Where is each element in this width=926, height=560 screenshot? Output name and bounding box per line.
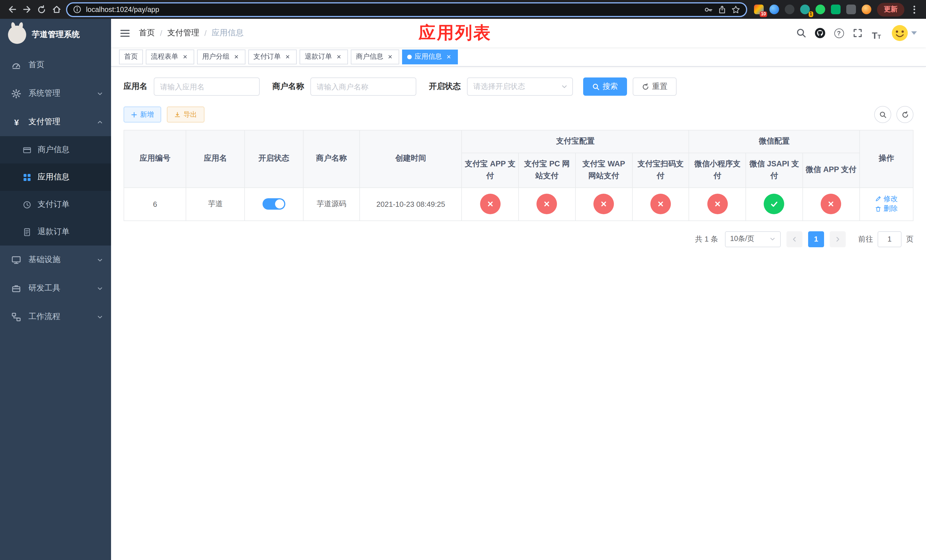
font-size-icon[interactable]: TT [869, 26, 884, 41]
sidebar-item-system[interactable]: 系统管理 [0, 79, 111, 107]
merchant-name-input[interactable] [310, 77, 416, 96]
fullscreen-icon[interactable] [850, 26, 865, 41]
breadcrumb-payment[interactable]: 支付管理 [168, 28, 199, 38]
extension-icon-8[interactable] [862, 5, 872, 14]
extension-badge: 10 [760, 11, 767, 17]
search-button[interactable]: 搜索 [583, 77, 627, 96]
extension-icon-2[interactable] [769, 5, 779, 14]
sidebar-item-infrastructure[interactable]: 基础设施 [0, 245, 111, 274]
browser-update-button[interactable]: 更新 [877, 3, 904, 16]
hamburger-icon[interactable] [111, 19, 139, 47]
col-header-created: 创建时间 [360, 130, 462, 188]
sidebar-logo[interactable]: 芋道管理系统 [0, 19, 111, 51]
tab-close-icon[interactable]: × [386, 53, 394, 61]
app-name-input[interactable] [154, 77, 260, 96]
sidebar-item-label: 支付订单 [38, 200, 70, 210]
status-label: 开启状态 [429, 82, 461, 92]
card-icon [23, 145, 32, 154]
password-key-icon[interactable] [704, 5, 713, 14]
alipay-wap-status-icon [593, 194, 614, 215]
sidebar-item-label: 商户信息 [38, 145, 70, 155]
help-icon[interactable]: ? [831, 26, 846, 41]
sidebar-item-app-info[interactable]: 应用信息 [0, 163, 111, 191]
tab-user-group[interactable]: 用户分组× [197, 49, 245, 64]
extension-icon-7[interactable] [846, 5, 856, 14]
toggle-search-button[interactable] [874, 106, 891, 123]
sidebar-item-merchant-info[interactable]: 商户信息 [0, 136, 111, 163]
browser-home-icon[interactable] [49, 2, 64, 17]
tab-payment-orders[interactable]: 支付订单× [248, 49, 297, 64]
sidebar-item-workflow[interactable]: 工作流程 [0, 303, 111, 331]
sidebar-item-payment[interactable]: ¥ 支付管理 [0, 107, 111, 136]
browser-menu-icon[interactable] [906, 2, 921, 17]
tab-home[interactable]: 首页 [119, 49, 143, 64]
sidebar-item-payment-orders[interactable]: 支付订单 [0, 191, 111, 218]
plus-icon [131, 111, 137, 118]
toolbox-icon [11, 283, 22, 293]
monitor-icon [11, 255, 22, 265]
screen: localhost:1024/pay/app 10 1 更新 [0, 0, 926, 560]
export-button[interactable]: 导出 [167, 106, 204, 123]
status-select-placeholder: 请选择开启状态 [473, 82, 525, 92]
cell-wx-jsapi [746, 188, 803, 221]
chevron-right-icon [834, 236, 841, 243]
reset-button[interactable]: 重置 [633, 77, 676, 96]
sidebar-item-refund-orders[interactable]: 退款订单 [0, 218, 111, 245]
extension-icon-1[interactable]: 10 [754, 5, 764, 14]
jump-page-input[interactable] [878, 231, 902, 247]
update-label: 更新 [884, 5, 897, 14]
tab-close-icon[interactable]: × [284, 53, 292, 61]
col-header-wx-jsapi: 微信 JSAPI 支付 [746, 153, 803, 188]
edit-link-label: 修改 [884, 194, 898, 204]
app-title: 芋道管理系统 [32, 30, 80, 40]
extension-icon-6[interactable] [831, 5, 841, 14]
next-page-button[interactable] [830, 231, 846, 247]
status-switch[interactable] [263, 198, 285, 210]
extension-icon-3[interactable] [785, 5, 794, 14]
extension-icon-4[interactable]: 1 [800, 5, 810, 14]
refresh-table-button[interactable] [896, 106, 914, 123]
switch-knob [275, 200, 284, 209]
chevron-down-icon [97, 257, 103, 263]
tags-view: 首页 流程表单× 用户分组× 支付订单× 退款订单× 商户信息× 应用信息× [111, 47, 926, 67]
share-icon[interactable] [717, 5, 727, 14]
tab-process-form[interactable]: 流程表单× [146, 49, 194, 64]
page-number-button[interactable]: 1 [808, 231, 824, 247]
cell-alipay-qr [632, 188, 689, 221]
add-button[interactable]: 新增 [124, 106, 161, 123]
address-bar[interactable]: localhost:1024/pay/app [66, 2, 747, 17]
user-avatar[interactable] [891, 24, 917, 42]
page-content: 应用名 商户名称 开启状态 请选择开启状态 搜索 [111, 67, 926, 560]
sidebar-item-home[interactable]: 首页 [0, 51, 111, 79]
github-icon[interactable] [813, 26, 828, 41]
prev-page-button[interactable] [787, 231, 802, 247]
tab-merchant-info[interactable]: 商户信息× [351, 49, 399, 64]
col-header-app-id: 应用编号 [124, 130, 186, 188]
sidebar-item-label: 基础设施 [29, 255, 61, 265]
tab-close-icon[interactable]: × [445, 53, 453, 61]
tab-close-icon[interactable]: × [181, 53, 189, 61]
sidebar-item-dev-tools[interactable]: 研发工具 [0, 274, 111, 303]
bookmark-star-icon[interactable] [731, 5, 740, 14]
breadcrumb-home[interactable]: 首页 [139, 28, 155, 38]
status-select[interactable]: 请选择开启状态 [467, 77, 573, 96]
site-info-icon[interactable] [73, 5, 82, 14]
tab-close-icon[interactable]: × [232, 53, 240, 61]
tab-app-info[interactable]: 应用信息× [402, 49, 458, 64]
extension-icon-5[interactable] [816, 5, 825, 14]
browser-reload-icon[interactable] [34, 2, 49, 17]
page-size-select[interactable]: 10条/页 [725, 231, 781, 247]
search-icon[interactable] [794, 26, 809, 41]
page-size-value: 10条/页 [730, 235, 754, 244]
tab-refund-orders[interactable]: 退款订单× [300, 49, 348, 64]
browser-forward-icon[interactable] [20, 2, 34, 17]
tab-close-icon[interactable]: × [335, 53, 343, 61]
edit-link[interactable]: 修改 [875, 194, 898, 204]
col-header-status: 开启状态 [245, 130, 303, 188]
sidebar-item-label: 应用信息 [38, 172, 70, 182]
delete-link[interactable]: 删除 [875, 204, 898, 214]
col-group-alipay: 支付宝配置 [461, 130, 689, 153]
browser-back-icon[interactable] [5, 2, 20, 17]
cell-merchant: 芋道源码 [303, 188, 360, 221]
add-button-label: 新增 [140, 110, 154, 120]
